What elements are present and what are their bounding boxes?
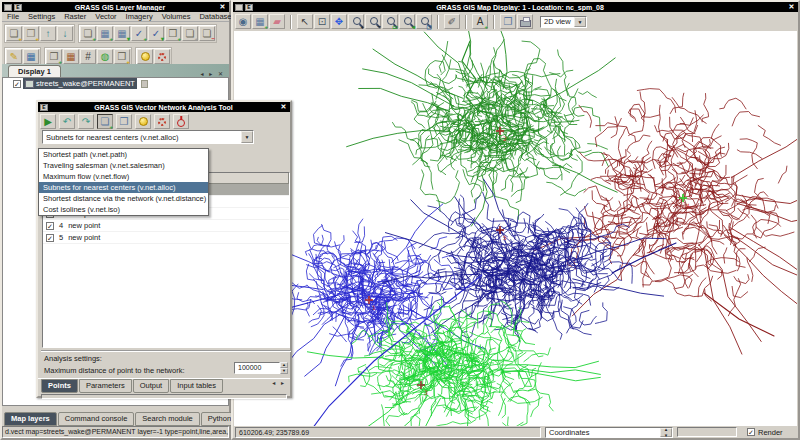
zoom-extent-icon[interactable]: ▭ — [382, 14, 398, 29]
max-distance-input[interactable]: 100000 — [234, 362, 280, 374]
menu-vector[interactable]: Vector — [95, 12, 116, 21]
option-cost-isolines[interactable]: Cost isolines (v.net.iso) — [39, 204, 208, 215]
help-icon[interactable] — [154, 114, 170, 129]
render-checkbox[interactable]: ✓ — [747, 428, 755, 436]
quit-icon[interactable] — [173, 114, 189, 129]
window-menu-icon[interactable] — [235, 4, 243, 11]
add-group-icon[interactable]: ❏+ — [182, 26, 198, 41]
tab-parameters[interactable]: Parameters — [79, 379, 132, 393]
option-shortest-distance[interactable]: Shortest distance via the network (v.net… — [39, 193, 208, 204]
option-maximum-flow[interactable]: Maximum flow (v.net.flow) — [39, 171, 208, 182]
map-canvas[interactable]: 12345 — [234, 31, 797, 426]
open-workspace-icon[interactable]: ❐+ — [23, 26, 39, 41]
tab-display-1[interactable]: Display 1 — [8, 65, 61, 77]
add-vector-layer-icon[interactable]: ✓+ — [131, 26, 147, 41]
tab-map-layers[interactable]: Map layers — [4, 412, 57, 426]
menu-settings[interactable]: Settings — [28, 12, 55, 21]
dialog-titlebar[interactable]: E GRASS GIS Vector Network Analysis Tool… — [38, 102, 290, 112]
point-checkbox[interactable]: ✓ — [46, 234, 54, 242]
map-display-titlebar[interactable]: E GRASS GIS Map Display: 1 - Location: n… — [233, 2, 798, 12]
tab-points[interactable]: Points — [41, 379, 78, 393]
analysis-method-select[interactable]: Subnets for nearest centers (v.net.alloc… — [42, 130, 254, 144]
save-workspace-icon[interactable]: ↑ — [40, 26, 56, 41]
point-row-4[interactable]: ✓ 4 new point — [43, 220, 289, 232]
tab-nav-arrows[interactable]: ◂ ▸ ✕ — [201, 70, 229, 77]
window-menu-icon[interactable] — [4, 4, 12, 11]
query-icon[interactable]: ⊡ — [314, 14, 330, 29]
print-icon[interactable] — [517, 14, 533, 29]
render-map-icon[interactable]: ▦+ — [252, 14, 268, 29]
option-shortest-path[interactable]: Shortest path (v.net.path) — [39, 149, 208, 160]
render-label: Render — [758, 428, 783, 437]
run-icon[interactable]: ▶ — [40, 114, 56, 129]
dialog-title: GRASS GIS Vector Network Analysis Tool — [50, 104, 277, 111]
show-result-icon[interactable]: ❏+ — [97, 114, 113, 129]
zoom-out-icon[interactable]: − — [365, 14, 381, 29]
display-map-icon[interactable]: ◉ — [235, 14, 251, 29]
add-vector-layers-icon[interactable]: ✓▾ — [148, 26, 164, 41]
zoom-region-icon[interactable]: ▢ — [416, 14, 432, 29]
dialog-bottom-tabs: Points Parameters Output Input tables ◂ … — [38, 378, 290, 393]
add-raster-layer-icon[interactable]: ▦+ — [97, 26, 113, 41]
lm-statusbar-command: d.vect map=streets_wake@PERMANENT layer=… — [2, 426, 229, 438]
settings-icon[interactable] — [135, 114, 151, 129]
render-toggle[interactable]: ✓ Render — [747, 428, 783, 437]
chevron-down-icon[interactable]: ▼ — [574, 17, 586, 27]
zoom-back-icon[interactable]: ◂ — [399, 14, 415, 29]
tab-nav-arrows[interactable]: ◂ ▸ — [272, 379, 290, 386]
tab-input-tables[interactable]: Input tables — [170, 379, 223, 393]
preferences-icon[interactable] — [154, 49, 170, 64]
tab-command-console[interactable]: Command console — [58, 412, 135, 426]
menu-raster[interactable]: Raster — [64, 12, 86, 21]
edit-layer-icon[interactable]: ✎ — [6, 49, 22, 64]
option-traveling-salesman[interactable]: Traveling salesman (v.net.salesman) — [39, 160, 208, 171]
menu-volumes[interactable]: Volumes — [162, 12, 191, 21]
tab-output[interactable]: Output — [133, 379, 170, 393]
save-result-icon[interactable]: ❐ — [116, 114, 132, 129]
point-checkbox[interactable]: ✓ — [46, 222, 54, 230]
menu-file[interactable]: File — [7, 12, 19, 21]
map-calculator-icon[interactable]: ▦ — [63, 49, 79, 64]
new-display-icon[interactable]: ❐+ — [46, 49, 62, 64]
settings-icon[interactable] — [137, 49, 153, 64]
point-row-5[interactable]: ✓ 5 new point — [43, 232, 289, 244]
layer-checkbox[interactable]: ✓ — [13, 80, 21, 88]
zoom-in-icon[interactable]: + — [348, 14, 364, 29]
erase-display-icon[interactable]: ▰ — [269, 14, 285, 29]
add-multiple-layers-icon[interactable]: ❏+ — [80, 26, 96, 41]
script-icon[interactable]: ❒+ — [114, 49, 130, 64]
view-mode-select[interactable]: 2D view ▼ — [540, 16, 587, 28]
attribute-table-icon[interactable]: ▦ — [23, 49, 39, 64]
close-icon[interactable]: ✕ — [218, 3, 227, 11]
analysis-method-dropdown[interactable]: Shortest path (v.net.path) Traveling sal… — [38, 148, 209, 216]
graphical-modeler-icon[interactable]: # — [80, 49, 96, 64]
menubar: File Settings Raster Vector Imagery Volu… — [2, 12, 229, 22]
spinner-arrows-icon[interactable]: ▴▾ — [660, 428, 672, 437]
layer-manager-titlebar[interactable]: E GRASS GIS Layer Manager ✕ — [2, 2, 229, 12]
pan-icon[interactable]: ✥ — [331, 14, 347, 29]
close-icon[interactable]: ✕ — [279, 103, 288, 111]
redo-icon[interactable]: ↷ — [78, 114, 94, 129]
remove-layer-icon[interactable]: ❏− — [199, 26, 215, 41]
load-workspace-icon[interactable]: ↓ — [57, 26, 73, 41]
add-text-overlay-icon[interactable]: A+ — [472, 14, 488, 29]
add-command-layer-icon[interactable]: ❒+ — [165, 26, 181, 41]
layer-row-streets-wake[interactable]: ✓ streets_wake@PERMANENT — [3, 78, 228, 89]
option-subnets-nearest-centers[interactable]: Subnets for nearest centers (v.net.alloc… — [39, 182, 208, 193]
close-icon[interactable]: ✕ — [787, 3, 796, 11]
spinner-arrows-icon[interactable]: ▲▼ — [280, 362, 288, 374]
georectifier-icon[interactable]: ◍ — [97, 49, 113, 64]
menu-imagery[interactable]: Imagery — [126, 12, 153, 21]
statusbar-mode-select[interactable]: Coordinates ▴▾ — [545, 427, 673, 438]
tab-search-module[interactable]: Search module — [135, 412, 199, 426]
add-raster-layers-icon[interactable]: ▦▾ — [114, 26, 130, 41]
view-mode-value: 2D view — [544, 17, 571, 26]
menu-database[interactable]: Database — [199, 12, 231, 21]
measure-icon[interactable]: ✐ — [444, 14, 460, 29]
chevron-down-icon[interactable]: ▼ — [241, 131, 253, 143]
pointer-icon[interactable]: ↖ — [297, 14, 313, 29]
create-workspace-icon[interactable]: ❏+ — [6, 26, 22, 41]
undo-icon[interactable]: ↶ — [59, 114, 75, 129]
add-legend-icon[interactable]: ❐ — [500, 14, 516, 29]
map-statusbar: 610206.49; 235789.69 Coordinates ▴▾ ✓ Re… — [233, 426, 798, 438]
